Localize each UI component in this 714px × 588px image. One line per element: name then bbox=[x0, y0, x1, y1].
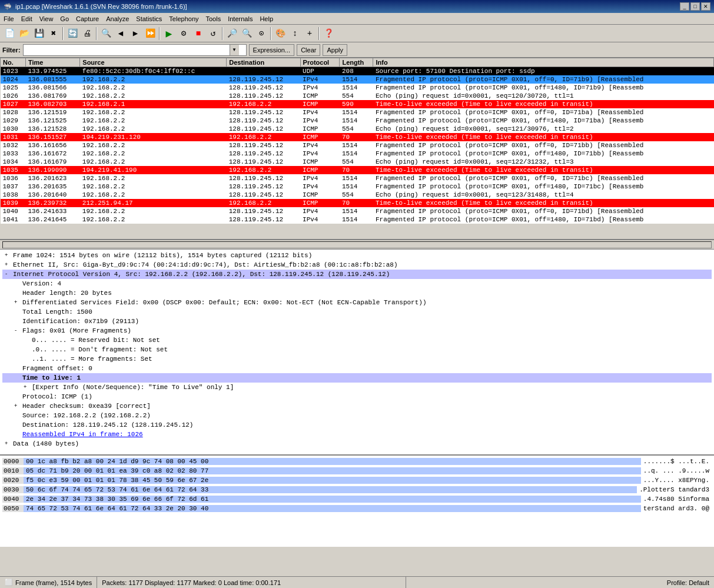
table-row[interactable]: 1039136.239732212.251.94.17192.168.2.2IC… bbox=[1, 199, 714, 207]
detail-line[interactable]: + Data (1480 bytes) bbox=[2, 439, 712, 449]
table-row[interactable]: 1025136.081566192.168.2.2128.119.245.12I… bbox=[1, 84, 714, 92]
detail-line[interactable]: + Differentiated Services Field: 0x00 (D… bbox=[2, 298, 712, 307]
packet-list-container[interactable]: No. Time Source Destination Protocol Len… bbox=[0, 58, 714, 240]
detail-line[interactable]: + Frame 1024: 1514 bytes on wire (12112 … bbox=[2, 251, 712, 260]
table-row[interactable]: 1031136.151527194.219.231.120192.168.2.2… bbox=[1, 133, 714, 141]
help-button[interactable]: ❓ bbox=[321, 26, 336, 41]
table-row[interactable]: 1041136.241645192.168.2.2128.119.245.12I… bbox=[1, 215, 714, 224]
table-row[interactable]: 1030136.121528192.168.2.2128.119.245.12I… bbox=[1, 125, 714, 133]
find-button[interactable]: 🔍 bbox=[99, 26, 113, 41]
filter-dropdown[interactable]: ▼ bbox=[230, 45, 239, 55]
zoom-out-button[interactable]: 🔍 bbox=[240, 26, 254, 41]
colorize-button[interactable]: 🎨 bbox=[273, 26, 287, 41]
table-row[interactable]: 1032136.161656192.168.2.2128.119.245.12I… bbox=[1, 141, 714, 150]
table-row[interactable]: 1036136.201623192.168.2.2128.119.245.12I… bbox=[1, 174, 714, 182]
menu-edit[interactable]: Edit bbox=[18, 14, 36, 24]
table-row[interactable]: 1026136.081769192.168.2.2128.119.245.12I… bbox=[1, 92, 714, 100]
table-row[interactable]: 1038136.201640192.168.2.2128.119.245.12I… bbox=[1, 191, 714, 199]
table-cell: 1023 bbox=[1, 67, 26, 76]
table-cell: 128.119.245.12 bbox=[227, 215, 300, 224]
table-cell: 192.168.2.2 bbox=[80, 215, 227, 224]
table-cell: 136.241633 bbox=[25, 207, 79, 215]
reload-button[interactable]: 🔄 bbox=[65, 26, 79, 41]
table-row[interactable]: 1028136.121519192.168.2.2128.119.245.12I… bbox=[1, 108, 714, 117]
capture-restart-button[interactable]: ↺ bbox=[206, 26, 220, 41]
table-cell: 136.151527 bbox=[25, 133, 79, 141]
table-cell: 192.168.2.2 bbox=[80, 117, 227, 125]
capture-stop-button[interactable]: ■ bbox=[191, 26, 205, 41]
menu-help[interactable]: Help bbox=[256, 14, 277, 24]
expand-icon: - bbox=[14, 328, 20, 334]
detail-line[interactable]: + [Expert Info (Note/Sequence): "Time To… bbox=[2, 383, 712, 392]
detail-link[interactable]: Reassembled IPv4 in frame: 1026 bbox=[22, 431, 143, 438]
table-row[interactable]: 1027136.082703192.168.2.1192.168.2.2ICMP… bbox=[1, 100, 714, 108]
table-cell: 1028 bbox=[1, 108, 26, 117]
menu-file[interactable]: File bbox=[0, 14, 18, 24]
hex-ascii: ...Y.... x8EPYng. bbox=[641, 477, 712, 484]
maximize-button[interactable]: □ bbox=[690, 2, 700, 11]
table-row[interactable]: 1035136.199090194.219.41.190192.168.2.2I… bbox=[1, 166, 714, 174]
hex-bytes: 74 65 72 53 74 61 6e 64 61 72 64 33 2e 2… bbox=[24, 505, 641, 512]
detail-text: .0.. .... = Don't fragment: Not set bbox=[32, 346, 168, 353]
close-button-tb[interactable]: ✖ bbox=[47, 26, 61, 41]
table-row[interactable]: 1033136.161672192.168.2.2128.119.245.12I… bbox=[1, 150, 714, 158]
detail-line: Destination: 128.119.245.12 (128.119.245… bbox=[2, 420, 712, 430]
zoom-in-2-button[interactable]: + bbox=[303, 26, 317, 41]
table-cell: IPv4 bbox=[300, 174, 340, 182]
capture-options-button[interactable]: ⚙ bbox=[177, 26, 191, 41]
table-cell: Echo (ping) request id=0x0001, seq=123/3… bbox=[373, 191, 714, 199]
detail-line: 0... .... = Reserved bit: Not set bbox=[2, 335, 712, 345]
hex-panel: 0000 00 1c a8 fb b2 a8 00 24 1d d9 9c 74… bbox=[0, 456, 714, 547]
detail-line[interactable]: + Ethernet II, Src: Giga-Byt_d9:9c:74 (0… bbox=[2, 260, 712, 270]
table-row[interactable]: 1037136.201635192.168.2.2128.119.245.12I… bbox=[1, 182, 714, 191]
window-title: ip1.pcap [Wireshark 1.6.1 (SVN Rev 38096… bbox=[15, 3, 187, 10]
expression-button[interactable]: Expression... bbox=[249, 44, 295, 56]
menu-internals[interactable]: Internals bbox=[224, 14, 256, 24]
table-row[interactable]: 1029136.121525192.168.2.2128.119.245.12I… bbox=[1, 117, 714, 125]
status-packets-text: Packets: 1177 Displayed: 1177 Marked: 0 … bbox=[102, 579, 281, 586]
capture-start-button[interactable]: ▶ bbox=[162, 26, 176, 41]
menu-statistics[interactable]: Statistics bbox=[132, 14, 165, 24]
table-row[interactable]: 1040136.241633192.168.2.2128.119.245.12I… bbox=[1, 207, 714, 215]
menu-analyze[interactable]: Analyze bbox=[102, 14, 132, 24]
table-cell: 128.119.245.12 bbox=[227, 191, 300, 199]
table-cell: Fragmented IP protocol (proto=ICMP 0X01,… bbox=[373, 182, 714, 191]
table-cell: 554 bbox=[340, 92, 373, 100]
table-cell: 136.201640 bbox=[25, 191, 79, 199]
zoom-reset-button[interactable]: ⊙ bbox=[254, 26, 268, 41]
close-button[interactable]: ✕ bbox=[701, 2, 710, 11]
open-button[interactable]: 📂 bbox=[17, 26, 31, 41]
title-text: 🦈 ip1.pcap [Wireshark 1.6.1 (SVN Rev 380… bbox=[4, 3, 187, 11]
apply-button[interactable]: Apply bbox=[323, 44, 347, 56]
menu-tools[interactable]: Tools bbox=[202, 14, 225, 24]
minimize-button[interactable]: _ bbox=[680, 2, 689, 11]
table-cell: IPv4 bbox=[300, 84, 340, 92]
table-cell: 136.121528 bbox=[25, 125, 79, 133]
window-controls: _ □ ✕ bbox=[680, 2, 710, 11]
prev-button[interactable]: ◀ bbox=[114, 26, 128, 41]
save-button[interactable]: 💾 bbox=[32, 26, 46, 41]
table-cell: ICMP bbox=[300, 199, 340, 207]
menu-go[interactable]: Go bbox=[57, 14, 72, 24]
h-scrollbar[interactable] bbox=[2, 241, 712, 248]
menu-telephony[interactable]: Telephony bbox=[165, 14, 202, 24]
table-row[interactable]: 1024136.081555192.168.2.2128.119.245.12I… bbox=[1, 75, 714, 84]
menu-view[interactable]: View bbox=[36, 14, 57, 24]
print-button[interactable]: 🖨 bbox=[80, 26, 94, 41]
zoom-in-button[interactable]: 🔎 bbox=[225, 26, 239, 41]
detail-line[interactable]: + Header checksum: 0xea39 [correct] bbox=[2, 401, 712, 411]
table-cell: Fragmented IP protocol (proto=ICMP 0X01,… bbox=[373, 174, 714, 182]
filter-input[interactable] bbox=[24, 45, 230, 55]
new-capture-button[interactable]: 📄 bbox=[2, 26, 16, 41]
table-row[interactable]: 1034136.161679192.168.2.2128.119.245.12I… bbox=[1, 158, 714, 166]
go-button[interactable]: ⏩ bbox=[143, 26, 157, 41]
detail-line[interactable]: - Flags: 0x01 (More Fragments) bbox=[2, 326, 712, 335]
autosize-button[interactable]: ↕ bbox=[288, 26, 302, 41]
table-cell: 136.199090 bbox=[25, 166, 79, 174]
clear-button[interactable]: Clear bbox=[297, 44, 320, 56]
h-scrollbar-area bbox=[0, 240, 714, 250]
table-row[interactable]: 1023133.974525fe80::5c2c:30db:f0c4:lff02… bbox=[1, 67, 714, 76]
detail-line[interactable]: - Internet Protocol Version 4, Src: 192.… bbox=[2, 270, 712, 279]
menu-capture[interactable]: Capture bbox=[72, 14, 102, 24]
next-button[interactable]: ▶ bbox=[128, 26, 142, 41]
